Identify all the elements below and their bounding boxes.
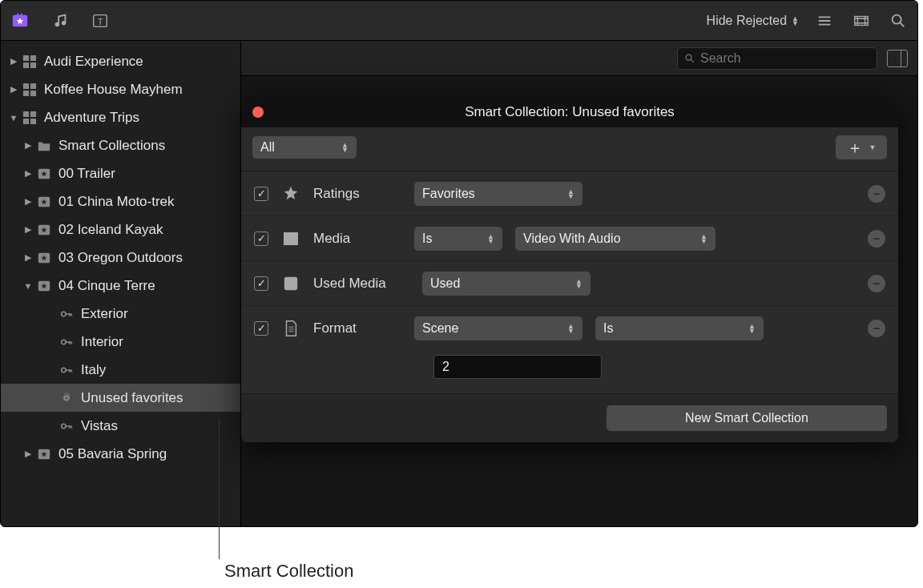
library-item[interactable]: ▶ Koffee House Mayhem: [1, 75, 240, 103]
filmstrip-view-icon[interactable]: [850, 10, 873, 32]
library-label: Audi Experience: [44, 54, 143, 70]
close-button[interactable]: [252, 107, 264, 118]
keyword-item[interactable]: Exterior: [1, 300, 240, 328]
keyword-item[interactable]: Vistas: [1, 412, 240, 440]
library-label: Koffee House Mayhem: [44, 82, 183, 98]
rule-checkbox[interactable]: [254, 232, 268, 246]
annotation-line: [219, 418, 220, 559]
rule-label: Format: [313, 320, 401, 336]
search-placeholder: Search: [700, 51, 741, 66]
new-smart-collection-button[interactable]: New Smart Collection: [607, 405, 887, 431]
disclosure-triangle-icon[interactable]: ▼: [9, 113, 18, 123]
item-label: Unused favorites: [81, 390, 183, 406]
disclosure-triangle-icon[interactable]: ▶: [23, 140, 33, 151]
rule-row: Used Media Used▲▼ –: [241, 260, 898, 305]
rule-checkbox[interactable]: [254, 321, 268, 336]
rule-row: Ratings Favorites▲▼ –: [241, 171, 898, 215]
key-icon: [58, 307, 75, 321]
star-icon: [281, 185, 300, 203]
item-label: 01 China Moto-trek: [58, 194, 175, 210]
smart-collection-item[interactable]: Unused favorites: [1, 384, 240, 412]
rule-select[interactable]: Is▲▼: [595, 316, 764, 340]
inspector-toggle-icon[interactable]: [887, 50, 908, 67]
item-label: 05 Bavaria Spring: [58, 446, 167, 462]
rule-label: Media: [313, 231, 401, 247]
key-icon: [58, 419, 75, 433]
music-browser-icon[interactable]: [49, 10, 71, 32]
event-item[interactable]: ▶03 Oregon Outdoors: [1, 244, 240, 272]
media-browser-icon[interactable]: [9, 10, 31, 32]
event-item[interactable]: ▶02 Iceland Kayak: [1, 215, 240, 244]
disclosure-triangle-icon[interactable]: ▶: [23, 252, 33, 263]
remove-rule-button[interactable]: –: [868, 230, 885, 248]
add-rule-button[interactable]: ＋ ▼: [836, 135, 887, 159]
folder-item[interactable]: ▶ Smart Collections: [1, 131, 240, 159]
library-icon: [22, 83, 38, 97]
search-icon[interactable]: [887, 10, 909, 32]
library-label: Adventure Trips: [44, 110, 139, 126]
library-item[interactable]: ▶ Audi Experience: [1, 47, 240, 75]
keyword-item[interactable]: Interior: [1, 328, 240, 356]
rule-select[interactable]: Used▲▼: [422, 272, 590, 296]
remove-rule-button[interactable]: –: [868, 275, 885, 292]
disclosure-triangle-icon[interactable]: ▶: [23, 168, 33, 179]
svg-rect-26: [30, 111, 36, 116]
library-item[interactable]: ▼ Adventure Trips: [1, 103, 240, 131]
search-input[interactable]: Search: [677, 47, 877, 70]
rule-select[interactable]: Video With Audio▲▼: [515, 227, 715, 251]
svg-rect-28: [30, 118, 36, 123]
folder-icon: [36, 139, 52, 153]
titles-browser-icon[interactable]: T: [89, 10, 111, 32]
event-item[interactable]: ▶05 Bavaria Spring: [1, 440, 240, 468]
smart-collection-panel: Smart Collection: Unused favorites All ▲…: [241, 97, 898, 442]
gear-icon: [58, 391, 75, 405]
key-icon: [58, 335, 75, 349]
svg-point-15: [893, 14, 901, 23]
rule-checkbox[interactable]: [254, 187, 268, 201]
document-icon: [281, 320, 300, 337]
list-view-icon[interactable]: [813, 10, 836, 32]
svg-rect-23: [23, 90, 29, 95]
remove-rule-button[interactable]: –: [868, 185, 885, 203]
item-label: Exterior: [81, 306, 128, 322]
disclosure-triangle-icon[interactable]: ▶: [9, 56, 18, 66]
rule-select[interactable]: Is▲▼: [414, 227, 502, 251]
event-item[interactable]: ▶00 Trailer: [1, 159, 240, 187]
svg-rect-24: [30, 90, 36, 95]
key-icon: [58, 363, 75, 377]
svg-rect-20: [30, 62, 36, 67]
browser-header: Search: [241, 41, 917, 76]
item-label: 02 Iceland Kayak: [58, 222, 163, 238]
film-icon: [281, 230, 300, 248]
rule-select[interactable]: Scene▲▼: [414, 316, 582, 340]
format-value-input[interactable]: [433, 355, 602, 379]
event-item[interactable]: ▶01 China Moto-trek: [1, 187, 240, 215]
svg-point-42: [62, 368, 66, 372]
disclosure-triangle-icon[interactable]: ▶: [23, 224, 33, 235]
event-item[interactable]: ▼04 Cinque Terre: [1, 272, 240, 300]
svg-point-51: [686, 54, 691, 60]
remove-rule-button[interactable]: –: [868, 320, 885, 337]
chevron-updown-icon: ▲▼: [792, 16, 799, 26]
item-label: 00 Trailer: [58, 166, 115, 182]
svg-point-38: [62, 340, 66, 344]
rule-checkbox[interactable]: [254, 276, 268, 291]
keyword-item[interactable]: Italy: [1, 356, 240, 384]
event-icon: [36, 447, 52, 461]
chevron-down-icon: ▼: [869, 145, 877, 150]
disclosure-triangle-icon[interactable]: ▶: [23, 449, 33, 459]
rule-select[interactable]: Favorites▲▼: [414, 182, 582, 206]
svg-marker-1: [16, 12, 19, 14]
filter-dropdown[interactable]: Hide Rejected ▲▼: [707, 14, 799, 28]
rule-extra-row: [241, 350, 898, 390]
svg-rect-21: [23, 83, 29, 88]
disclosure-triangle-icon[interactable]: ▶: [23, 196, 33, 207]
disclosure-triangle-icon[interactable]: ▼: [23, 281, 33, 291]
rule-row: Format Scene▲▼ Is▲▼ –: [241, 305, 898, 350]
disclosure-triangle-icon[interactable]: ▶: [9, 84, 18, 95]
item-label: Interior: [81, 334, 123, 350]
svg-line-52: [691, 59, 694, 62]
event-icon: [36, 251, 52, 265]
match-select[interactable]: All ▲▼: [252, 136, 357, 159]
event-icon: [36, 223, 52, 237]
